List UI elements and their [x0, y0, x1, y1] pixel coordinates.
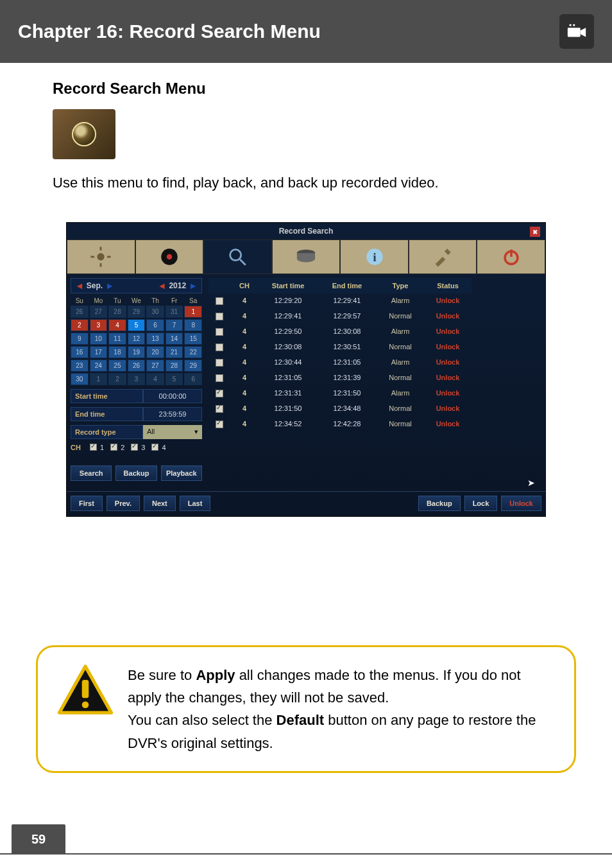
- calendar-day[interactable]: 5: [128, 319, 146, 331]
- results-header: [208, 278, 230, 293]
- tab-power[interactable]: [477, 239, 545, 274]
- calendar-day[interactable]: 2: [108, 373, 126, 385]
- row-checkbox[interactable]: [208, 293, 230, 309]
- year-prev-icon[interactable]: ◄: [158, 281, 167, 291]
- calendar-day[interactable]: 27: [90, 306, 108, 318]
- calendar-day[interactable]: 6: [184, 373, 202, 385]
- calendar-day[interactable]: 3: [90, 319, 108, 331]
- year-next-icon[interactable]: ►: [189, 281, 198, 291]
- results-header: Type: [377, 278, 424, 293]
- search-button[interactable]: Search: [71, 465, 112, 481]
- calendar-day[interactable]: 22: [184, 346, 202, 358]
- calendar-day[interactable]: 7: [166, 319, 183, 331]
- row-status: Unlock: [424, 401, 472, 417]
- calendar-day[interactable]: 1: [90, 373, 108, 385]
- row-end: 12:34:48: [318, 401, 377, 417]
- channel-4-checkbox[interactable]: 4: [151, 443, 166, 451]
- calendar-day[interactable]: 17: [90, 346, 108, 358]
- results-header: Start time: [259, 278, 318, 293]
- calendar-day[interactable]: 2: [71, 319, 89, 331]
- row-ch: 4: [230, 340, 259, 355]
- calendar-day[interactable]: 12: [128, 333, 146, 345]
- calendar-day[interactable]: 21: [166, 346, 183, 358]
- lock-button[interactable]: Lock: [464, 496, 498, 511]
- calendar-day[interactable]: 8: [184, 319, 202, 331]
- calendar-day[interactable]: 25: [108, 360, 126, 372]
- calendar-day[interactable]: 29: [184, 360, 202, 372]
- calendar-day[interactable]: 18: [108, 346, 126, 358]
- calendar-day[interactable]: 28: [108, 306, 126, 318]
- row-checkbox[interactable]: [208, 355, 230, 370]
- start-time-input[interactable]: 00:00:00: [143, 389, 202, 403]
- calendar-day[interactable]: 31: [166, 306, 183, 318]
- calendar-day[interactable]: 4: [146, 373, 164, 385]
- tab-settings[interactable]: [67, 239, 135, 274]
- calendar-day[interactable]: 23: [71, 360, 89, 372]
- calendar-day[interactable]: 4: [108, 319, 126, 331]
- intro-text: Use this menu to find, play back, and ba…: [53, 175, 559, 191]
- tab-hdd[interactable]: [272, 239, 341, 274]
- row-ch: 4: [230, 401, 259, 417]
- warning-icon: [57, 664, 114, 722]
- row-start: 12:31:31: [259, 386, 318, 401]
- calendar-day[interactable]: 29: [128, 306, 146, 318]
- close-icon[interactable]: ✖: [530, 227, 540, 237]
- row-status: Unlock: [424, 417, 472, 432]
- calendar-day[interactable]: 16: [71, 346, 89, 358]
- calendar-day[interactable]: 13: [146, 333, 164, 345]
- row-checkbox[interactable]: [208, 324, 230, 340]
- footer-backup-button[interactable]: Backup: [418, 496, 461, 511]
- channel-3-checkbox[interactable]: 3: [131, 443, 145, 451]
- tab-search[interactable]: [203, 239, 272, 274]
- record-type-select[interactable]: All▾: [143, 425, 202, 439]
- page-number: 59: [12, 824, 65, 855]
- row-start: 12:34:52: [259, 417, 318, 432]
- month-next-icon[interactable]: ►: [105, 281, 114, 291]
- tab-row: i: [67, 239, 545, 274]
- calendar-day[interactable]: 3: [128, 373, 146, 385]
- row-checkbox[interactable]: [208, 340, 230, 355]
- tab-info[interactable]: i: [340, 239, 409, 274]
- prev-button[interactable]: Prev.: [106, 496, 140, 511]
- backup-button[interactable]: Backup: [115, 465, 157, 481]
- next-button[interactable]: Next: [144, 496, 176, 511]
- calendar-day[interactable]: 6: [146, 319, 164, 331]
- tab-record[interactable]: [135, 239, 204, 274]
- row-checkbox[interactable]: [208, 401, 230, 417]
- end-time-input[interactable]: 23:59:59: [143, 407, 202, 421]
- results-table: CHStart timeEnd timeTypeStatus412:29:201…: [208, 278, 541, 432]
- row-checkbox[interactable]: [208, 417, 230, 432]
- month-prev-icon[interactable]: ◄: [75, 281, 84, 291]
- calendar-day[interactable]: 20: [146, 346, 164, 358]
- cursor-icon: ➤: [527, 478, 535, 488]
- svg-point-3: [573, 24, 575, 26]
- calendar-day[interactable]: 26: [128, 360, 146, 372]
- playback-button[interactable]: Playback: [161, 465, 202, 481]
- row-checkbox[interactable]: [208, 386, 230, 401]
- calendar-day[interactable]: 30: [71, 373, 89, 385]
- row-checkbox[interactable]: [208, 370, 230, 386]
- calendar-day[interactable]: 11: [108, 333, 126, 345]
- calendar-day[interactable]: 15: [184, 333, 202, 345]
- calendar-day[interactable]: 14: [166, 333, 183, 345]
- unlock-button[interactable]: Unlock: [501, 496, 541, 511]
- calendar-day[interactable]: 24: [90, 360, 108, 372]
- calendar-day[interactable]: 27: [146, 360, 164, 372]
- calendar-day[interactable]: 26: [71, 306, 89, 318]
- calendar-day[interactable]: 28: [166, 360, 183, 372]
- last-button[interactable]: Last: [180, 496, 211, 511]
- calendar-day[interactable]: 30: [146, 306, 164, 318]
- row-checkbox[interactable]: [208, 309, 230, 324]
- row-ch: 4: [230, 370, 259, 386]
- first-button[interactable]: First: [71, 496, 103, 511]
- calendar-day[interactable]: 10: [90, 333, 108, 345]
- calendar-day[interactable]: 5: [166, 373, 183, 385]
- channel-1-checkbox[interactable]: 1: [90, 443, 104, 451]
- footer-buttons: First Prev. Next Last Backup Lock Unlock: [67, 496, 545, 516]
- tab-maintenance[interactable]: [409, 239, 477, 274]
- calendar-day[interactable]: 19: [128, 346, 146, 358]
- calendar-day[interactable]: 9: [71, 333, 89, 345]
- results-pane: CHStart timeEnd timeTypeStatus412:29:201…: [208, 278, 541, 481]
- channel-2-checkbox[interactable]: 2: [110, 443, 124, 451]
- calendar-day[interactable]: 1: [184, 306, 202, 318]
